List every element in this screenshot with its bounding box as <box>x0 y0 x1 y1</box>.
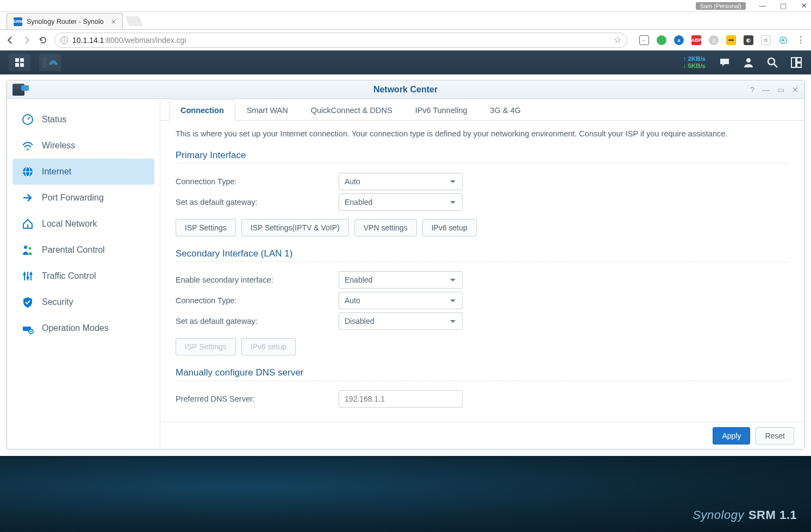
sidebar-item-label: Wireless <box>42 141 75 151</box>
browser-tabs: SRM Synology Router - Synolo × <box>0 12 811 30</box>
cast-icon[interactable]: ⌐ <box>639 35 649 45</box>
browser-tab[interactable]: SRM Synology Router - Synolo × <box>7 13 123 29</box>
ext-bulb-icon[interactable]: ◐ <box>744 35 753 45</box>
tab-ipv6-tunneling[interactable]: IPv6 Tunneling <box>404 99 479 121</box>
close-button[interactable]: ✕ <box>800 2 808 10</box>
minimize-button[interactable]: — <box>759 2 766 10</box>
preferred-dns-input[interactable] <box>339 390 463 408</box>
sidebar-item-label: Internet <box>42 167 71 177</box>
abp-icon[interactable]: ABP <box>691 35 701 45</box>
sidebar-item-wireless[interactable]: Wireless <box>13 133 154 159</box>
secondary-conn-type-label: Connection Type: <box>176 296 339 305</box>
help-icon[interactable]: ? <box>750 85 754 94</box>
arrow-icon <box>21 191 34 204</box>
sidebar-item-port-forwarding[interactable]: Port Forwarding <box>13 185 154 211</box>
widgets-icon[interactable] <box>790 57 802 68</box>
sidebar-item-label: Security <box>42 297 73 307</box>
browser-toolbar: i 10.1.14.1:8000/webman/index.cgi ☆ ⌐ a … <box>0 30 811 51</box>
profile-badge[interactable]: Sam (Personal) <box>696 2 746 10</box>
ext-a-icon[interactable]: a <box>674 35 684 45</box>
sidebar-item-traffic-control[interactable]: Traffic Control <box>13 263 154 289</box>
window-title: Network Center <box>373 85 438 95</box>
sidebar-item-parental-control[interactable]: Parental Control <box>13 237 154 263</box>
sidebar-item-label: Operation Modes <box>42 323 109 333</box>
forward-button[interactable] <box>22 35 32 45</box>
svg-line-7 <box>774 64 777 67</box>
os-titlebar: Sam (Personal) — ▢ ✕ <box>0 0 811 12</box>
secondary-conn-type-select[interactable]: Auto <box>339 292 463 309</box>
url-path: :8000/webman/index.cgi <box>104 36 186 45</box>
enable-secondary-select[interactable]: Enabled <box>339 271 463 289</box>
site-info-icon[interactable]: i <box>60 36 68 44</box>
svg-point-6 <box>768 58 775 65</box>
extension-icons: ⌐ a ABP △ ••• ◐ B ⋮ <box>639 35 806 45</box>
maximize-button[interactable]: ▢ <box>779 2 787 10</box>
content-scroll[interactable]: This is where you set up your Internet c… <box>160 121 804 422</box>
svg-point-23 <box>23 273 26 276</box>
srm-taskbar: ↑ 2KB/s ↓ 5KB/s <box>0 51 811 74</box>
apps-button[interactable] <box>9 54 30 71</box>
conn-type-label: Connection Type: <box>176 177 339 186</box>
primary-gateway-select[interactable]: Enabled <box>339 193 463 211</box>
sidebar-item-local-network[interactable]: Local Network <box>13 211 154 237</box>
bookmark-icon[interactable]: ☆ <box>614 35 621 45</box>
new-tab-button[interactable] <box>126 16 144 26</box>
primary-conn-type-select[interactable]: Auto <box>339 173 463 190</box>
sidebar: Status Wireless Internet Port Forwarding… <box>7 99 160 449</box>
apply-button[interactable]: Apply <box>713 427 750 445</box>
tab-connection[interactable]: Connection <box>169 99 235 121</box>
svg-rect-9 <box>797 58 801 62</box>
content-area: Connection Smart WAN QuickConnect & DDNS… <box>160 99 804 449</box>
sidebar-item-security[interactable]: Security <box>13 289 154 315</box>
app-icon <box>13 84 24 96</box>
globe-icon <box>21 165 34 178</box>
svg-rect-1 <box>15 58 19 62</box>
network-center-window: Network Center ? — ▭ ✕ Status Wireless I… <box>7 80 804 449</box>
address-bar[interactable]: i 10.1.14.1:8000/webman/index.cgi ☆ <box>54 33 627 48</box>
ext-b-icon[interactable]: B <box>761 35 771 45</box>
svg-point-13 <box>27 148 29 151</box>
reload-button[interactable] <box>38 35 48 45</box>
sidebar-item-status[interactable]: Status <box>13 107 154 133</box>
svg-point-19 <box>29 247 32 250</box>
wifi-icon <box>21 139 34 152</box>
window-close-icon[interactable]: ✕ <box>792 85 798 94</box>
network-center-taskbar-icon[interactable] <box>39 54 61 71</box>
favicon-icon: SRM <box>14 17 22 26</box>
svg-rect-4 <box>20 63 24 67</box>
sidebar-item-operation-modes[interactable]: Operation Modes <box>13 315 154 341</box>
secondary-gateway-label: Set as default gateway: <box>176 317 339 326</box>
messages-icon[interactable] <box>719 57 731 68</box>
ext-play-icon[interactable] <box>778 35 788 45</box>
window-minimize-icon[interactable]: — <box>762 85 770 94</box>
shield-icon <box>21 296 34 309</box>
content-tabs: Connection Smart WAN QuickConnect & DDNS… <box>160 99 804 121</box>
ext-cloud-icon[interactable]: △ <box>709 35 719 45</box>
close-tab-icon[interactable]: × <box>111 17 116 26</box>
gateway-label: Set as default gateway: <box>176 198 339 206</box>
window-titlebar[interactable]: Network Center ? — ▭ ✕ <box>7 80 804 99</box>
router-gear-icon <box>21 322 34 335</box>
chrome-menu-icon[interactable]: ⋮ <box>796 35 806 45</box>
svg-line-12 <box>28 117 30 120</box>
user-icon[interactable] <box>743 57 754 68</box>
sidebar-item-label: Local Network <box>42 219 97 229</box>
reset-button[interactable]: Reset <box>756 427 794 445</box>
isp-iptv-voip-button[interactable]: ISP Settings(IPTV & VoIP) <box>241 219 349 236</box>
secondary-gateway-select[interactable]: Disabled <box>339 312 463 330</box>
sidebar-item-internet[interactable]: Internet <box>13 159 154 185</box>
tab-smart-wan[interactable]: Smart WAN <box>235 99 300 121</box>
vpn-settings-button[interactable]: VPN settings <box>354 219 417 236</box>
isp-settings-button[interactable]: ISP Settings <box>176 219 236 236</box>
secondary-heading: Secondary Interface (LAN 1) <box>176 248 789 262</box>
tab-quickconnect-ddns[interactable]: QuickConnect & DDNS <box>300 99 404 121</box>
back-button[interactable] <box>5 35 15 45</box>
ext-dots-icon[interactable]: ••• <box>726 35 736 45</box>
svg-rect-3 <box>15 63 19 67</box>
ipv6-setup-button[interactable]: IPv6 setup <box>422 219 477 236</box>
search-icon[interactable] <box>766 57 778 68</box>
tab-3g-4g[interactable]: 3G & 4G <box>479 99 532 121</box>
ext-green-icon[interactable] <box>657 35 666 45</box>
window-maximize-icon[interactable]: ▭ <box>777 85 784 94</box>
enable-secondary-label: Enable secondary interface: <box>176 276 339 284</box>
